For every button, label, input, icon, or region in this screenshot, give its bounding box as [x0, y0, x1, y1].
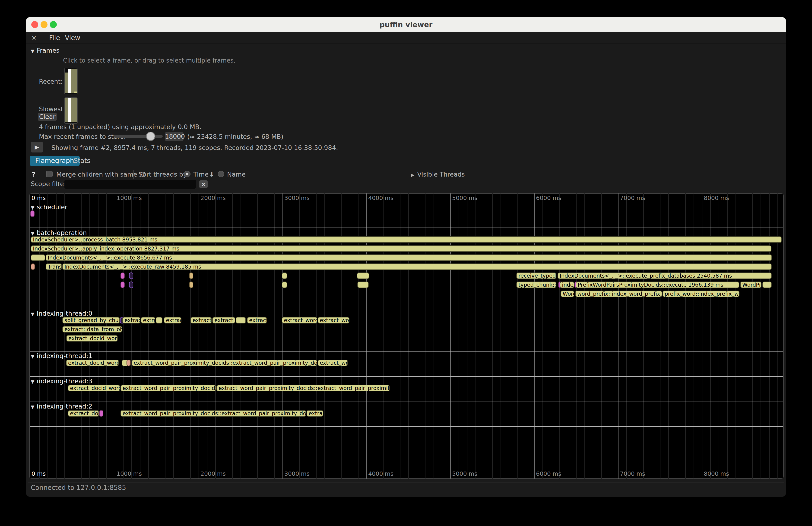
- scope-bar[interactable]: extract::data_from_ob: [62, 326, 122, 333]
- scope-bar-small[interactable]: [189, 281, 193, 288]
- frame-bar[interactable]: [74, 69, 77, 93]
- frame-bar[interactable]: [71, 69, 74, 93]
- scope-bar[interactable]: extract_wo: [318, 317, 349, 323]
- scope-bar[interactable]: index: [560, 281, 574, 288]
- scope-bar[interactable]: extract_: [190, 317, 212, 323]
- sort-name-label: Name: [227, 171, 246, 178]
- gridline-minor: [685, 193, 686, 479]
- menu-bar: ✳ File View: [26, 32, 786, 44]
- scope-bar-small[interactable]: [127, 360, 131, 366]
- thread-header-batch-operation[interactable]: ▼batch-operation: [31, 229, 87, 236]
- scope-bar-small[interactable]: [31, 254, 45, 261]
- scope-bar[interactable]: IndexDocuments<_, _>::execute 8656.677 m…: [46, 254, 772, 261]
- clear-filter-button[interactable]: x: [199, 180, 208, 188]
- scope-bar[interactable]: WordPr: [740, 281, 762, 288]
- scope-bar[interactable]: IndexDocuments<_, _>::execute_raw 8459.1…: [62, 263, 772, 270]
- thread-header-indexing-thread:0[interactable]: ▼indexing-thread:0: [31, 310, 92, 317]
- scope-bar-small[interactable]: [129, 273, 133, 279]
- scope-bar-small[interactable]: [282, 273, 287, 279]
- scope-bar[interactable]: extract_doc: [68, 410, 99, 417]
- thread-header-indexing-thread:2[interactable]: ▼indexing-thread:2: [31, 403, 92, 410]
- frame-bar[interactable]: [71, 98, 74, 122]
- scope-bar[interactable]: receive_typed_: [516, 273, 556, 279]
- scope-bar[interactable]: extra: [141, 317, 155, 323]
- scope-bar[interactable]: extract_docid_word: [66, 335, 118, 341]
- thread-header-indexing-thread:3[interactable]: ▼indexing-thread:3: [31, 378, 92, 385]
- flamegraph-canvas[interactable]: 0 ms1000 ms2000 ms3000 ms4000 ms5000 ms6…: [29, 193, 784, 479]
- recent-frames-thumbnail[interactable]: [64, 68, 78, 94]
- visible-threads-header[interactable]: ▶Visible Threads: [411, 171, 465, 178]
- scope-bar-small[interactable]: [120, 281, 125, 288]
- scope-bar[interactable]: prefix_word::index_prefix_wo: [663, 291, 739, 297]
- scope-bar[interactable]: IndexDocuments<_, _>::execute_prefix_dat…: [557, 273, 772, 279]
- collapse-triangle-icon: ▼: [31, 231, 34, 236]
- scope-bar[interactable]: typed_chunk::w: [516, 281, 556, 288]
- scope-bar-small[interactable]: [156, 317, 162, 323]
- scope-bar-small[interactable]: [99, 410, 103, 417]
- scope-bar[interactable]: extract_word_pair_proximity_docids::extr…: [132, 360, 317, 366]
- frames-section-header[interactable]: ▼Frames: [31, 47, 60, 54]
- scope-bar[interactable]: split_grenad_by_chun: [62, 317, 120, 323]
- scope-bar-small[interactable]: [31, 263, 35, 270]
- scope-bar[interactable]: Trans: [46, 263, 62, 270]
- scope-bar[interactable]: extract_docid_word: [66, 360, 119, 366]
- thread-header-indexing-thread:1[interactable]: ▼indexing-thread:1: [31, 352, 92, 360]
- frame-bar[interactable]: [74, 98, 77, 122]
- theme-toggle-icon[interactable]: ✳: [31, 32, 37, 44]
- clear-button[interactable]: Clear: [38, 113, 57, 121]
- frame-bar[interactable]: [66, 98, 68, 122]
- scope-bar-small[interactable]: [129, 281, 133, 288]
- scope-bar[interactable]: word_prefix::index_word_prefix_: [575, 291, 662, 297]
- tab-stats[interactable]: Stats: [68, 156, 96, 166]
- sort-time-radio[interactable]: [184, 171, 190, 177]
- scope-bar[interactable]: Word: [561, 291, 574, 297]
- scope-bar[interactable]: extract_: [212, 317, 235, 323]
- scope-bar-small[interactable]: [282, 281, 287, 288]
- scope-bar-small[interactable]: [30, 210, 34, 217]
- scope-bar[interactable]: extrac: [164, 317, 182, 323]
- gridline-minor: [668, 193, 669, 479]
- gridline-minor: [333, 193, 333, 479]
- collapse-triangle-icon: ▼: [31, 354, 34, 359]
- merge-children-checkbox[interactable]: [46, 171, 53, 177]
- scope-bar-small[interactable]: [357, 281, 369, 288]
- thread-name: indexing-thread:3: [37, 378, 92, 385]
- sort-direction-icon[interactable]: ⬇: [209, 171, 214, 178]
- scope-bar[interactable]: extract_word: [282, 317, 317, 323]
- scope-bar[interactable]: extract_word_pair_proximity_docids::extr…: [120, 410, 306, 417]
- axis-tick-label: 4000 ms: [368, 195, 393, 201]
- collapse-triangle-icon: ▼: [31, 48, 34, 54]
- slider-knob[interactable]: [146, 132, 155, 141]
- scope-bar[interactable]: extract: [247, 317, 267, 323]
- menu-file[interactable]: File: [49, 32, 60, 44]
- thread-header-scheduler[interactable]: ▼scheduler: [31, 203, 68, 210]
- scope-bar-small[interactable]: [189, 273, 193, 279]
- scope-bar[interactable]: IndexScheduler>::process_batch 8953.821 …: [31, 236, 782, 243]
- max-frames-label: Max recent frames to store:: [39, 133, 126, 140]
- sort-name-radio[interactable]: [218, 171, 224, 177]
- scope-bar[interactable]: extract_word_pair_proximity_docids: [120, 385, 216, 391]
- scope-bar[interactable]: PrefixWordPairsProximityDocids::execute …: [576, 281, 739, 288]
- scope-bar-small[interactable]: [357, 273, 369, 279]
- scope-bar-small[interactable]: [120, 273, 125, 279]
- play-button[interactable]: ▶: [31, 142, 43, 152]
- max-frames-value[interactable]: 18000: [165, 132, 184, 141]
- scope-bar[interactable]: IndexScheduler>::apply_index_operation 8…: [31, 245, 771, 252]
- separator: [28, 167, 784, 167]
- scope-bar[interactable]: extract: [122, 317, 141, 323]
- scope-filter-input[interactable]: [64, 180, 196, 189]
- menu-view[interactable]: View: [65, 32, 80, 44]
- scope-bar[interactable]: extrac: [307, 410, 323, 417]
- axis-tick-label: 5000 ms: [452, 470, 477, 477]
- frame-bar[interactable]: [66, 73, 68, 93]
- scope-bar-small[interactable]: [236, 317, 246, 323]
- scope-bar[interactable]: extract_word_pair_proximity_docids::extr…: [216, 385, 390, 391]
- scope-bar-small[interactable]: [763, 281, 772, 288]
- slowest-frames-thumbnail[interactable]: [64, 97, 78, 124]
- frame-bar-selected[interactable]: [68, 98, 71, 122]
- scope-bar[interactable]: extract_wo: [318, 360, 348, 366]
- help-button[interactable]: ?: [32, 171, 35, 178]
- frame-bar-selected[interactable]: [68, 69, 71, 93]
- scope-bar[interactable]: extract_docid_word: [68, 385, 120, 391]
- max-frames-slider[interactable]: [114, 135, 163, 138]
